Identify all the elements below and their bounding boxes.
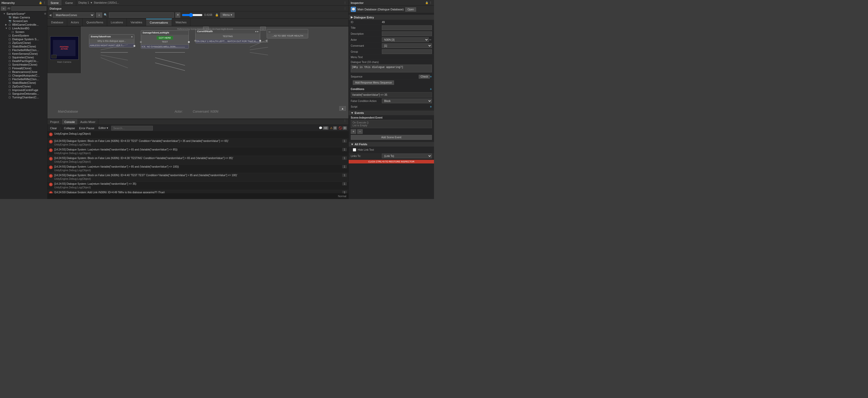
tree-item-staticblade[interactable]: ▢ StaticBlade(Clone) [0, 44, 47, 48]
tree-label: TurningChamber(C... [12, 96, 39, 99]
add-db-button[interactable]: + [96, 12, 102, 18]
output-port-3[interactable] [259, 40, 261, 42]
tab-database[interactable]: Database [48, 19, 67, 26]
tree-item-8bit[interactable]: ▶ ▢ 8BitGameControlle... [0, 23, 47, 27]
menu-button[interactable]: Menu ▾ [220, 12, 235, 18]
all-fields-header[interactable]: ▼ All Fields [349, 142, 434, 147]
hierarchy-search-input[interactable] [11, 6, 46, 11]
warning-icon: ⚠ [330, 126, 333, 130]
scene-settings-icon[interactable]: ⚙ [44, 12, 46, 15]
log-entry-1[interactable]: ! [14:24:55] Dialogue System: Block on F… [48, 139, 348, 147]
actor-dropdown[interactable]: N30N [3] [382, 37, 429, 42]
tree-item-zipgun2[interactable]: ▢ ZipGun(Clone) [0, 85, 47, 88]
log-entry-2[interactable]: ! [14:24:55] Dialogue System: Lua(return… [48, 147, 348, 156]
dialogue-search-input[interactable] [109, 12, 174, 18]
output-port-1[interactable] [133, 45, 135, 47]
tree-item-improvedcentrifuge[interactable]: ▢ ImprovedCentriFuge [0, 88, 47, 92]
back-arrow-icon[interactable]: ◀ [49, 13, 51, 17]
log-entry-0[interactable]: ! UnityEngine.Debug:Log(Object) [48, 131, 348, 139]
tree-item-screencam[interactable]: 📷 ScreenCam [0, 19, 47, 23]
dialogue-text-area[interactable] [351, 65, 432, 72]
tab-watches[interactable]: Watches [172, 19, 190, 26]
more-icon[interactable]: ⋮ [43, 1, 45, 4]
conditions-label: Conditions [351, 88, 364, 91]
dialogue-entry-header[interactable]: ▶ Dialogue Entry [349, 15, 434, 20]
tree-item-main-camera[interactable]: 📷 Main Camera [0, 16, 47, 19]
tab-conversations[interactable]: Conversations [146, 19, 172, 26]
add-object-button[interactable]: + [1, 6, 6, 11]
group-field[interactable] [382, 49, 432, 54]
tree-item-eventsystem[interactable]: ▢ EventSystem [0, 34, 47, 37]
dialogue-db-select[interactable]: MainNeonConvo [53, 12, 94, 18]
tree-item-liveactionbg[interactable]: ▼ ▢ LiveActionBG [0, 27, 47, 30]
tab-variables[interactable]: Variables [127, 19, 146, 26]
log-entry-7[interactable]: ! [14:24:55] Dialogue System: Add Link (… [48, 190, 348, 193]
tree-item-flechette1[interactable]: ▢ FlechetteRifle(Clon... [0, 48, 47, 52]
dialogue-more-icon[interactable]: ⋮ [344, 7, 346, 10]
links-to-dropdown[interactable]: (Link To) [382, 154, 432, 158]
small-connector-node2[interactable]: ... [260, 27, 266, 31]
tab-game[interactable]: Game [62, 0, 76, 5]
actor-edit-button[interactable]: ✏ [429, 38, 432, 41]
events-header[interactable]: ▼ Events [349, 111, 434, 115]
add-event-item-button[interactable]: + [351, 129, 356, 134]
log-entry-3[interactable]: ! [14:24:55] Dialogue System: Block on F… [48, 156, 348, 164]
more-icon[interactable]: ⋮ [429, 1, 432, 4]
tab-console[interactable]: Console [62, 119, 78, 125]
dialogue-node-1[interactable]: EnemyTakenFrom ■ Why is this dialogue ap… [89, 34, 134, 48]
tree-item-flechette2[interactable]: ▢ FlechetteRifle(Clon... [0, 77, 47, 81]
clear-search-button[interactable]: ✕ [175, 12, 180, 18]
tree-item-sonicheater[interactable]: ▢ SonicHeater(Clone) [0, 63, 47, 66]
title-field[interactable] [382, 25, 432, 30]
scene-root[interactable]: ▼ SampleScene* ⚙ [0, 12, 47, 16]
tree-item-staticblade2[interactable]: ▢ StaticBlade(Clone) [0, 81, 47, 85]
tree-item-screen[interactable]: ▢ Screen [0, 30, 47, 34]
output-port-2[interactable] [188, 41, 190, 43]
tree-item-chargedautopole[interactable]: ▢ ChargedAutopole(C... [0, 74, 47, 77]
log-entry-4[interactable]: ! [14:24:55] Dialogue System: Lua(return… [48, 164, 348, 173]
dialogue-node-4[interactable]: ... ...AD TO SEE YOUR HEALTH [267, 29, 308, 38]
clear-button[interactable]: Clear [49, 126, 58, 130]
conversant-dropdown[interactable]: [1] [382, 43, 432, 48]
dialogue-node-2[interactable]: DamageTakenLastNight GOT HERE TEST ICE, … [141, 30, 189, 49]
console-search-input[interactable] [111, 126, 153, 130]
zoom-slider[interactable] [182, 13, 203, 17]
log-entry-6[interactable]: ! [14:24:55] Dialogue System: Lua(return… [48, 182, 348, 190]
editor-button[interactable]: Editor ▾ [97, 126, 110, 130]
tab-quests-items[interactable]: Quests/Items [83, 19, 107, 26]
dialogue-node-3[interactable]: CurrentHealth ■ ■ TESTING ON ONLY 1 HEAL… [195, 29, 260, 43]
tree-item-firewall[interactable]: ▢ Firewall(Clone) [0, 66, 47, 70]
description-field[interactable] [382, 31, 432, 36]
tab-scene[interactable]: Scene [48, 0, 62, 5]
tree-item-beamcannon[interactable]: ▢ Beamcannon(Clone [0, 70, 47, 74]
script-add-button[interactable]: + [430, 104, 432, 109]
tree-item-squirreler[interactable]: ▢ Squirreler(Clone) [0, 56, 47, 59]
dialogue-canvas[interactable]: FIGHTINGACTION Main Camera EnemyTakenFro… [48, 27, 348, 119]
tree-item-sanguine[interactable]: ▢ SanguineDetonatio... [0, 92, 47, 95]
add-sequence-button[interactable]: + [430, 74, 432, 79]
tree-item-deathpact[interactable]: ▢ DeathPactSigil(Clo... [0, 59, 47, 63]
tab-actors[interactable]: Actors [67, 19, 83, 26]
error-pause-button[interactable]: Error Pause [78, 126, 95, 130]
tab-locations[interactable]: Locations [107, 19, 127, 26]
nav-up-icon[interactable]: ▲ [339, 106, 346, 111]
conditions-box[interactable]: Variable["randomValue"] <= 35 [351, 92, 432, 97]
tree-item-zipgun[interactable]: ▢ ZipGun(Clone) [0, 41, 47, 44]
check-button[interactable]: Check [419, 75, 430, 79]
false-condition-dropdown[interactable]: Block [382, 99, 432, 103]
collapse-button[interactable]: Collapse [63, 126, 76, 130]
log-entry-5[interactable]: ! [14:24:55] Dialogue System: Block on F… [48, 173, 348, 182]
add-scene-event-button[interactable]: Add Scene Event [351, 135, 432, 140]
more-options-icon[interactable]: ⋮ [344, 1, 346, 4]
tab-project[interactable]: Project [48, 119, 62, 125]
console-more-icon[interactable]: ⋮ [341, 119, 348, 125]
tab-audio-mixer[interactable]: Audio Mixer [78, 119, 98, 125]
tree-item-turningchamber[interactable]: ▢ TurningChamber(C... [0, 95, 47, 99]
add-response-button[interactable]: Add Response Menu Sequence [353, 81, 394, 85]
tree-item-keensenses[interactable]: ▢ KeenSenses(Clone) [0, 52, 47, 56]
tree-item-dialogue-system[interactable]: ▢ Dialogue System S... [0, 37, 47, 41]
open-button[interactable]: Open [405, 7, 416, 12]
conditions-add-button[interactable]: + [430, 87, 432, 91]
remove-event-item-button[interactable]: − [357, 129, 363, 134]
hide-link-text-checkbox[interactable] [353, 148, 356, 152]
